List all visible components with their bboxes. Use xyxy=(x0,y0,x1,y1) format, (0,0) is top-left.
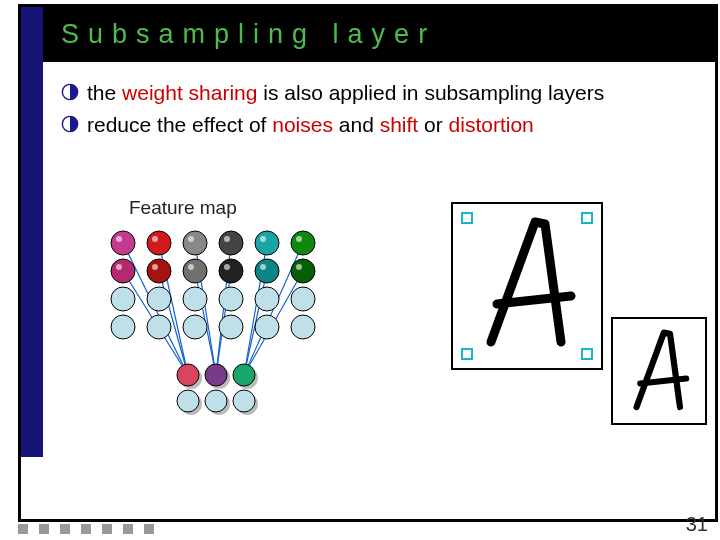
svg-point-18 xyxy=(183,231,207,255)
svg-point-14 xyxy=(111,231,135,255)
svg-point-55 xyxy=(233,364,255,386)
svg-point-31 xyxy=(188,264,194,270)
bullet-list: the weight sharing is also applied in su… xyxy=(61,79,701,144)
slide-frame: Subsampling layer the weight sharing is … xyxy=(18,4,718,522)
svg-point-21 xyxy=(224,236,230,242)
bullet-item: reduce the effect of noises and shift or… xyxy=(61,111,701,139)
svg-point-41 xyxy=(219,287,243,311)
letter-a-icon xyxy=(453,204,601,368)
svg-point-44 xyxy=(111,315,135,339)
svg-point-42 xyxy=(255,287,279,311)
svg-point-39 xyxy=(147,287,171,311)
svg-point-19 xyxy=(188,236,194,242)
svg-point-16 xyxy=(147,231,171,255)
svg-rect-65 xyxy=(582,349,592,359)
letter-a-small-icon xyxy=(613,319,705,423)
svg-point-23 xyxy=(260,236,266,242)
svg-point-29 xyxy=(152,264,158,270)
svg-rect-62 xyxy=(462,213,472,223)
svg-point-22 xyxy=(255,231,279,255)
decor-squares xyxy=(18,524,154,534)
page-number: 31 xyxy=(686,513,708,536)
svg-rect-66 xyxy=(613,319,705,423)
svg-point-37 xyxy=(296,264,302,270)
bullet-text: reduce the effect of noises and shift or… xyxy=(87,111,534,139)
bullet-item: the weight sharing is also applied in su… xyxy=(61,79,701,107)
glyph-large xyxy=(451,202,603,370)
svg-point-26 xyxy=(111,259,135,283)
svg-point-40 xyxy=(183,287,207,311)
svg-point-38 xyxy=(111,287,135,311)
svg-point-61 xyxy=(233,390,255,412)
svg-point-53 xyxy=(205,364,227,386)
svg-point-20 xyxy=(219,231,243,255)
bullet-text: the weight sharing is also applied in su… xyxy=(87,79,604,107)
svg-point-59 xyxy=(205,390,227,412)
svg-point-36 xyxy=(291,259,315,283)
accent-bar xyxy=(21,7,43,457)
svg-point-25 xyxy=(296,236,302,242)
feature-map-diagram xyxy=(93,225,343,445)
bullet-icon xyxy=(61,83,79,101)
slide-title: Subsampling layer xyxy=(61,19,436,50)
svg-point-27 xyxy=(116,264,122,270)
bullet-icon xyxy=(61,115,79,133)
svg-point-57 xyxy=(177,390,199,412)
svg-point-28 xyxy=(147,259,171,283)
svg-point-24 xyxy=(291,231,315,255)
svg-point-43 xyxy=(291,287,315,311)
svg-rect-63 xyxy=(582,213,592,223)
svg-point-45 xyxy=(147,315,171,339)
svg-point-32 xyxy=(219,259,243,283)
svg-point-49 xyxy=(291,315,315,339)
svg-point-35 xyxy=(260,264,266,270)
svg-point-15 xyxy=(116,236,122,242)
svg-point-17 xyxy=(152,236,158,242)
svg-rect-64 xyxy=(462,349,472,359)
feature-map-label: Feature map xyxy=(129,197,237,219)
svg-point-48 xyxy=(255,315,279,339)
svg-point-30 xyxy=(183,259,207,283)
svg-point-51 xyxy=(177,364,199,386)
svg-point-33 xyxy=(224,264,230,270)
svg-point-46 xyxy=(183,315,207,339)
glyph-small xyxy=(611,317,707,425)
svg-point-34 xyxy=(255,259,279,283)
svg-point-47 xyxy=(219,315,243,339)
